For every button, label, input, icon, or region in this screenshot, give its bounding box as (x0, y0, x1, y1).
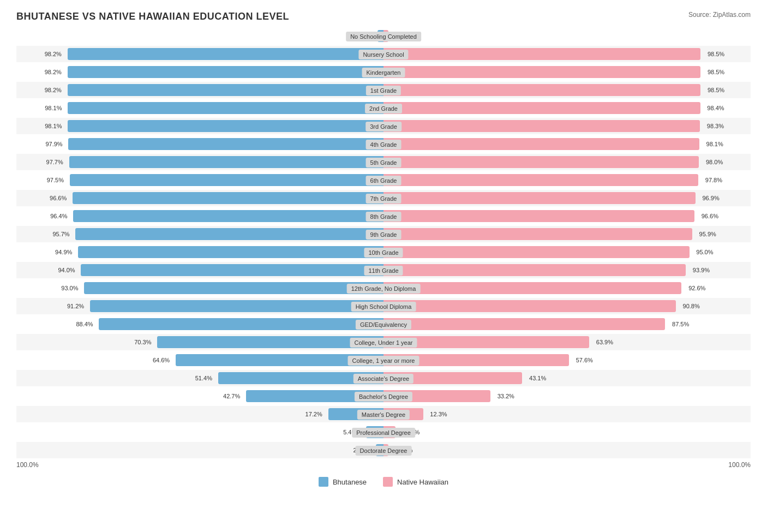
center-label: College, 1 year or more (348, 356, 420, 366)
right-section: 3.8% (384, 424, 751, 440)
right-section: 87.5% (384, 316, 751, 332)
blue-bar: 98.1% (68, 120, 384, 132)
blue-bar-label: 98.1% (45, 123, 62, 129)
blue-bar-label: 95.7% (52, 231, 69, 237)
blue-bar: 98.2% (68, 48, 384, 60)
pink-bar-label: 96.6% (702, 213, 718, 219)
legend-blue: Bhutanese (319, 477, 367, 487)
center-label: Bachelor's Degree (355, 392, 412, 402)
right-section: 98.3% (384, 118, 751, 134)
bar-row: 96.6% 7th Grade 96.9% (16, 190, 751, 206)
legend: Bhutanese Native Hawaiian (16, 477, 751, 487)
row-inner: 64.6% College, 1 year or more 57.6% (16, 352, 751, 368)
left-section: 94.0% (16, 262, 384, 278)
left-section: 97.7% (16, 154, 384, 170)
center-label: 9th Grade (366, 230, 402, 240)
pink-legend-box (383, 477, 393, 487)
row-inner: 95.7% 9th Grade 95.9% (16, 226, 751, 242)
bar-row: 94.0% 11th Grade 93.9% (16, 262, 751, 278)
blue-bar-label: 88.4% (76, 321, 93, 327)
axis-labels: 100.0% 100.0% (16, 461, 751, 469)
right-section: 98.1% (384, 136, 751, 152)
pink-bar-label: 57.6% (576, 357, 593, 363)
left-section: 98.2% (16, 46, 384, 62)
blue-bar: 94.9% (78, 246, 384, 258)
right-section: 92.6% (384, 280, 751, 296)
left-section: 51.4% (16, 370, 384, 386)
pink-bar-label: 43.1% (529, 375, 546, 381)
pink-bar-label: 98.5% (708, 69, 724, 75)
row-inner: 96.4% 8th Grade 96.6% (16, 208, 751, 224)
row-inner: 98.2% 1st Grade 98.5% (16, 82, 751, 98)
row-inner: 98.1% 3rd Grade 98.3% (16, 118, 751, 134)
pink-bar: 95.0% (384, 246, 690, 258)
pink-bar-label: 98.3% (707, 123, 724, 129)
row-inner: 98.2% Nursery School 98.5% (16, 46, 751, 62)
blue-legend-label: Bhutanese (333, 478, 367, 486)
blue-bar: 98.2% (68, 84, 384, 96)
pink-bar: 98.3% (384, 120, 700, 132)
pink-bar-label: 12.3% (430, 411, 447, 417)
left-section: 42.7% (16, 388, 384, 404)
blue-bar-label: 94.9% (55, 249, 72, 255)
row-inner: 5.4% Professional Degree 3.8% (16, 424, 751, 440)
center-label: Doctorate Degree (356, 446, 412, 456)
right-section: 96.9% (384, 190, 751, 206)
right-section: 93.9% (384, 262, 751, 278)
bar-row: 98.2% Kindergarten 98.5% (16, 64, 751, 80)
blue-bar-label: 94.0% (58, 267, 75, 273)
bar-row: 70.3% College, Under 1 year 63.9% (16, 334, 751, 350)
left-section: 97.5% (16, 172, 384, 188)
bar-row: 98.1% 3rd Grade 98.3% (16, 118, 751, 134)
blue-bar-label: 98.2% (45, 87, 62, 93)
bar-row: 96.4% 8th Grade 96.6% (16, 208, 751, 224)
center-label: 1st Grade (366, 86, 401, 95)
center-label: Professional Degree (352, 428, 415, 438)
bar-row: 42.7% Bachelor's Degree 33.2% (16, 388, 751, 404)
blue-bar: 97.5% (70, 174, 384, 186)
pink-bar: 90.8% (384, 300, 676, 312)
left-section: 97.9% (16, 136, 384, 152)
center-label: 6th Grade (366, 176, 402, 186)
blue-bar: 96.4% (73, 210, 384, 222)
right-section: 1.6% (384, 442, 751, 458)
blue-bar-label: 51.4% (195, 375, 212, 381)
center-label: No Schooling Completed (346, 32, 421, 41)
right-section: 1.6% (384, 28, 751, 44)
center-label: 3rd Grade (365, 122, 402, 131)
pink-bar-label: 98.0% (706, 159, 723, 165)
pink-bar: 98.5% (384, 66, 700, 78)
pink-bar: 92.6% (384, 282, 681, 294)
right-section: 43.1% (384, 370, 751, 386)
pink-bar: 98.4% (384, 102, 700, 114)
left-section: 93.0% (16, 280, 384, 296)
row-inner: 97.7% 5th Grade 98.0% (16, 154, 751, 170)
pink-bar-label: 98.5% (708, 51, 724, 57)
bar-row: 98.2% 1st Grade 98.5% (16, 82, 751, 98)
pink-bar: 98.5% (384, 84, 700, 96)
bar-row: 94.9% 10th Grade 95.0% (16, 244, 751, 260)
pink-legend-label: Native Hawaiian (397, 478, 448, 486)
center-label: 5th Grade (366, 158, 402, 168)
bar-row: 5.4% Professional Degree 3.8% (16, 424, 751, 440)
row-inner: 98.1% 2nd Grade 98.4% (16, 100, 751, 116)
blue-legend-box (319, 477, 328, 487)
right-section: 63.9% (384, 334, 751, 350)
center-label: 11th Grade (364, 266, 403, 276)
pink-bar-label: 33.2% (498, 393, 514, 399)
left-section: 96.4% (16, 208, 384, 224)
blue-bar-label: 91.2% (67, 303, 84, 309)
left-section: 70.3% (16, 334, 384, 350)
left-section: 95.7% (16, 226, 384, 242)
pink-bar: 96.6% (384, 210, 694, 222)
bar-row: 97.5% 6th Grade 97.8% (16, 172, 751, 188)
right-section: 98.5% (384, 46, 751, 62)
bar-row: 17.2% Master's Degree 12.3% (16, 406, 751, 422)
row-inner: 2.3% Doctorate Degree 1.6% (16, 442, 751, 458)
blue-bar-label: 98.1% (45, 105, 62, 111)
source-label: Source: ZipAtlas.com (688, 11, 751, 19)
blue-bar: 88.4% (99, 318, 384, 330)
left-section: 98.2% (16, 64, 384, 80)
center-label: College, Under 1 year (350, 338, 417, 348)
row-inner: 70.3% College, Under 1 year 63.9% (16, 334, 751, 350)
